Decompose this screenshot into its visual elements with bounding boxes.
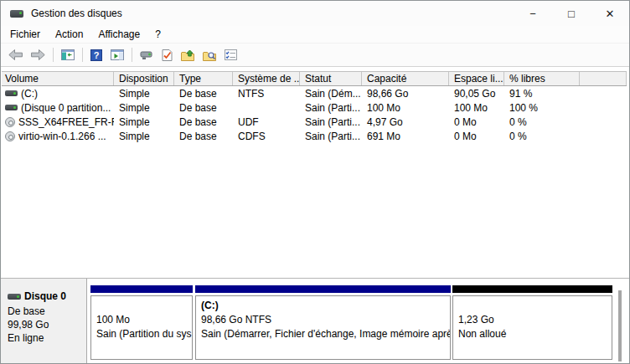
partition-status: Sain (Partition du sys (96, 327, 192, 341)
menu-fichier[interactable]: Fichier (3, 27, 48, 42)
partition-system-reserved[interactable]: 100 Mo Sain (Partition du sys (90, 279, 193, 364)
volume-list-pane: Volume Disposition Type Système de ... S… (1, 67, 629, 278)
partition-unallocated[interactable]: 1,23 Go Non alloué (452, 279, 612, 364)
rescan-disks-button[interactable] (158, 48, 176, 63)
column-header-espace-libre[interactable]: Espace li... (449, 72, 504, 85)
partition-color-bar (452, 285, 612, 293)
graphical-disk-pane: Disque 0 De base 99,98 Go En ligne 100 M… (1, 278, 629, 363)
espace-libre-cell: 0 Mo (449, 129, 504, 143)
disposition-cell: Simple (114, 115, 174, 129)
hdd-volume-icon (5, 105, 18, 110)
title-bar: Gestion des disques − □ ✕ (1, 1, 629, 26)
folder-search-icon (203, 49, 216, 61)
statut-cell: Sain (Parti... (300, 100, 362, 115)
partition-status: Sain (Démarrer, Fichier d'échange, Image… (201, 327, 450, 341)
empty-cell (580, 129, 627, 143)
column-header-empty[interactable] (580, 72, 627, 85)
view-options-button[interactable] (221, 48, 240, 62)
folder-up-icon (181, 49, 194, 61)
statut-cell: Sain (Parti... (300, 115, 362, 129)
table-row[interactable]: (C:) Simple De base NTFS Sain (Dém... 98… (2, 86, 627, 100)
capacite-cell: 691 Mo (362, 129, 449, 143)
filesystem-cell: NTFS (233, 86, 300, 100)
partition-title: (C:) (201, 299, 450, 313)
close-button[interactable]: ✕ (591, 1, 629, 26)
volume-cell: virtio-win-0.1.266 ... (2, 129, 114, 143)
volume-cell: SSS_X64FREE_FR-F... (2, 115, 114, 129)
vertical-scrollbar[interactable] (618, 290, 622, 361)
pct-libres-cell: 100 % (504, 100, 580, 115)
filesystem-cell: CDFS (233, 129, 300, 143)
type-cell: De base (174, 129, 233, 143)
disk-tool-button[interactable] (137, 48, 157, 62)
column-header-disposition[interactable]: Disposition (114, 72, 174, 85)
minimize-button[interactable]: − (514, 1, 552, 26)
volume-table: Volume Disposition Type Système de ... S… (2, 71, 627, 143)
volume-cell: (C:) (2, 86, 114, 100)
show-console-tree-button[interactable] (58, 48, 78, 62)
toolbar-separator (53, 48, 54, 62)
app-icon (10, 10, 23, 18)
partition-size: 100 Mo (96, 313, 192, 327)
action-pane-icon (111, 49, 124, 60)
partition-size: 1,23 Go (458, 313, 612, 327)
partition-color-bar (195, 285, 451, 293)
forward-button[interactable] (28, 48, 49, 62)
folder-search-button[interactable] (199, 48, 219, 63)
volume-cell: (Disque 0 partition... (2, 100, 114, 115)
espace-libre-cell: 90,05 Go (449, 86, 504, 100)
statut-cell: Sain (Parti... (300, 129, 362, 143)
disposition-cell: Simple (114, 86, 174, 100)
checklist-icon (225, 49, 237, 60)
menu-affichage[interactable]: Affichage (90, 27, 147, 42)
partition-size: 98,66 Go NTFS (201, 313, 450, 327)
partition-body: 1,23 Go Non alloué (452, 295, 612, 360)
disk-management-window: Gestion des disques − □ ✕ Fichier Action… (0, 0, 630, 364)
pct-libres-cell: 91 % (504, 86, 580, 100)
document-check-icon (162, 49, 173, 61)
disk-status: En ligne (8, 331, 86, 345)
column-header-type[interactable]: Type (174, 72, 233, 85)
table-row[interactable]: virtio-win-0.1.266 ... Simple De base CD… (2, 129, 627, 143)
disk-title: Disque 0 (8, 290, 86, 303)
statut-cell: Sain (Dém... (300, 86, 362, 100)
espace-libre-cell: 100 Mo (449, 100, 504, 115)
help-button[interactable]: ? (87, 48, 106, 63)
empty-cell (580, 100, 627, 115)
column-header-pct-libres[interactable]: % libres (504, 72, 580, 85)
toolbar-separator (82, 48, 83, 62)
table-row[interactable]: (Disque 0 partition... Simple De base Sa… (2, 100, 627, 115)
partition-title (96, 299, 192, 313)
partition-status: Non alloué (458, 327, 612, 341)
maximize-button[interactable]: □ (552, 1, 591, 26)
filesystem-cell (233, 100, 300, 115)
menu-aide[interactable]: ? (147, 27, 168, 42)
svg-text:?: ? (94, 50, 100, 60)
partition-c-drive[interactable]: (C:) 98,66 Go NTFS Sain (Démarrer, Fichi… (195, 279, 451, 364)
menu-action[interactable]: Action (48, 27, 90, 42)
espace-libre-cell: 0 Mo (449, 115, 504, 129)
back-button[interactable] (5, 48, 26, 62)
column-header-volume[interactable]: Volume (2, 72, 114, 85)
show-action-pane-button[interactable] (107, 48, 127, 62)
column-header-capacite[interactable]: Capacité (362, 72, 449, 85)
disk-type: De base (8, 305, 86, 318)
capacite-cell: 4,97 Go (362, 115, 449, 129)
console-tree-icon (61, 49, 75, 60)
partition-body: 100 Mo Sain (Partition du sys (90, 295, 193, 360)
folder-up-button[interactable] (178, 48, 198, 63)
capacite-cell: 98,66 Go (362, 86, 449, 100)
help-icon: ? (90, 49, 102, 61)
column-header-statut[interactable]: Statut (300, 72, 362, 85)
forward-icon (31, 49, 45, 60)
pct-libres-cell: 0 % (504, 129, 580, 143)
type-cell: De base (174, 86, 233, 100)
disk-device-icon (140, 49, 153, 60)
disk-size: 99,98 Go (8, 318, 86, 331)
column-header-filesystem[interactable]: Système de ... (233, 72, 300, 85)
disk-0-info-panel[interactable]: Disque 0 De base 99,98 Go En ligne (1, 279, 87, 364)
volume-table-header: Volume Disposition Type Système de ... S… (2, 71, 627, 86)
partition-title (458, 299, 612, 313)
pct-libres-cell: 0 % (504, 115, 580, 129)
table-row[interactable]: SSS_X64FREE_FR-F... Simple De base UDF S… (2, 115, 627, 129)
